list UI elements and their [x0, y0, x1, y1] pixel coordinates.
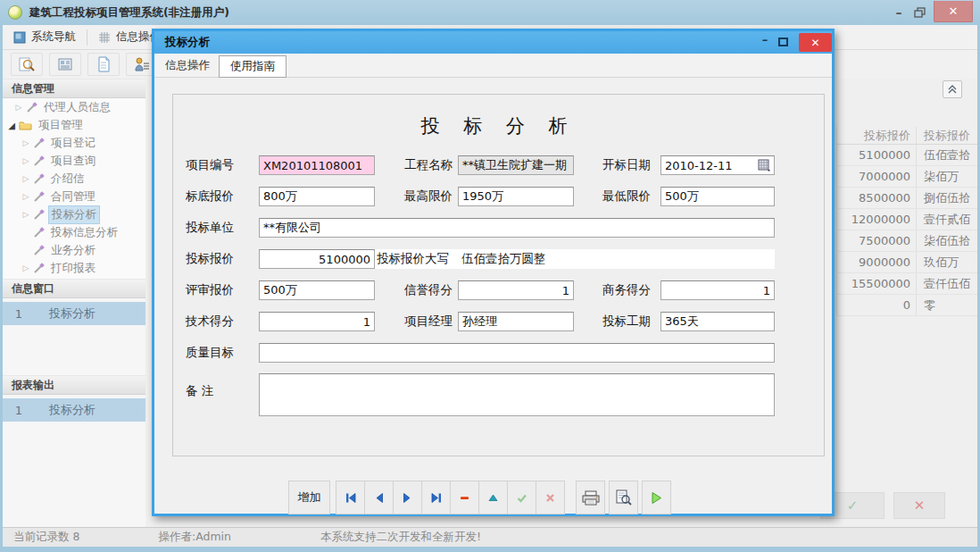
- tree-item-label: 项目登记: [48, 135, 98, 152]
- min-price-field[interactable]: [660, 187, 775, 206]
- tree-item-agent-info[interactable]: ▷ 代理人员信息: [3, 98, 145, 116]
- cell-caps: 伍佰壹拾: [917, 147, 977, 163]
- delete-record-button[interactable]: [450, 481, 479, 514]
- card-list-icon: [56, 55, 74, 73]
- report-output-list-item[interactable]: 1 投标分析: [3, 398, 145, 422]
- dialog-tab-info-operation[interactable]: 信息操作: [165, 54, 210, 78]
- prev-record-button[interactable]: [364, 481, 394, 514]
- review-price-field[interactable]: [259, 280, 375, 300]
- bidder-field[interactable]: [259, 218, 775, 238]
- project-name-field[interactable]: [458, 155, 574, 175]
- expander-icon[interactable]: ▷: [21, 156, 31, 165]
- review-price-label: 评审报价: [186, 280, 234, 300]
- print-preview-button[interactable]: [609, 481, 638, 514]
- table-row[interactable]: 8500000捌佰伍拾: [836, 188, 977, 209]
- next-record-button[interactable]: [393, 481, 422, 514]
- manager-field[interactable]: [458, 312, 574, 331]
- expander-icon[interactable]: ▷: [21, 192, 31, 201]
- calendar-dropdown-button[interactable]: [758, 159, 771, 171]
- dialog-tabbar: 信息操作 使用指南: [154, 54, 832, 78]
- first-record-button[interactable]: [336, 481, 365, 514]
- cancel-cross-icon: [544, 492, 556, 504]
- window-minimize-button[interactable]: –: [891, 8, 907, 17]
- tree-item-contract-mgmt[interactable]: ▷ 合同管理: [3, 188, 145, 205]
- run-report-button[interactable]: [642, 481, 671, 514]
- bid-price-field[interactable]: [259, 249, 375, 269]
- bid-price-caps-label: 投标报价大写: [377, 251, 449, 267]
- dialog-title: 投标分析: [154, 35, 210, 50]
- dialog-minimize-button[interactable]: –: [758, 31, 772, 54]
- cell-caps: 壹仟伍佰: [917, 276, 977, 292]
- printer-icon: [582, 490, 600, 506]
- dialog-close-button[interactable]: ✕: [799, 33, 832, 52]
- tree-item-project-register[interactable]: ▷ 项目登记: [3, 134, 145, 152]
- tree-item-print-report[interactable]: ▷ 打印报表: [3, 259, 145, 277]
- cell-caps: 玖佰万: [917, 255, 977, 271]
- tab-system-nav[interactable]: 系统导航: [3, 25, 87, 50]
- remark-label: 备 注: [186, 381, 213, 401]
- tool-icon: [33, 227, 45, 238]
- expander-icon[interactable]: ◢: [6, 121, 17, 130]
- remark-field[interactable]: [259, 373, 775, 416]
- collapse-panel-button[interactable]: [943, 80, 962, 98]
- add-button[interactable]: 增加: [288, 481, 330, 514]
- duration-field[interactable]: [660, 312, 775, 331]
- info-window-header[interactable]: 信息窗口: [3, 279, 145, 298]
- base-price-field[interactable]: [259, 187, 375, 206]
- info-management-header[interactable]: 信息管理: [3, 79, 145, 98]
- grid-header-row: 投标报价 投标报价: [836, 127, 977, 145]
- window-restore-icon[interactable]: [914, 6, 926, 19]
- background-cancel-button[interactable]: ✕: [893, 492, 945, 519]
- tree-item-bid-info-analysis[interactable]: 投标信息分析: [3, 223, 145, 241]
- expander-icon[interactable]: ▷: [21, 138, 31, 147]
- cell-price: 7500000: [836, 230, 917, 251]
- edit-record-icon: [487, 492, 499, 504]
- duration-label: 投标工期: [602, 312, 651, 331]
- cell-price: 9000000: [836, 252, 917, 272]
- post-record-button[interactable]: [507, 481, 536, 514]
- document-button[interactable]: [87, 53, 120, 76]
- tree-item-bid-analysis[interactable]: ▷ 投标分析: [3, 205, 145, 223]
- tree-item-intro-letter[interactable]: ▷ 介绍信: [3, 170, 145, 188]
- card-list-button[interactable]: [49, 53, 81, 76]
- table-row[interactable]: 12000000壹仟贰佰: [836, 209, 977, 230]
- expander-icon[interactable]: ▷: [21, 174, 31, 183]
- edit-record-button[interactable]: [478, 481, 508, 514]
- prev-record-icon: [373, 492, 385, 504]
- grid-header-price[interactable]: 投标报价: [836, 127, 917, 144]
- tool-icon: [33, 245, 45, 256]
- next-record-icon: [402, 492, 413, 504]
- report-output-header[interactable]: 报表输出: [3, 375, 145, 395]
- business-score-field[interactable]: [660, 280, 775, 300]
- table-row[interactable]: 7000000柒佰万: [836, 166, 977, 188]
- table-row[interactable]: 0零: [836, 295, 977, 316]
- dialog-maximize-button[interactable]: [778, 38, 788, 46]
- tree-item-business-analysis[interactable]: 业务分析: [3, 241, 145, 259]
- info-window-list-item[interactable]: 1 投标分析: [3, 302, 145, 325]
- print-button[interactable]: [576, 481, 605, 514]
- grid-header-price-caps[interactable]: 投标报价: [917, 128, 977, 144]
- expander-icon[interactable]: ▷: [13, 103, 24, 112]
- table-row[interactable]: 5100000伍佰壹拾: [836, 145, 977, 166]
- search-doc-button[interactable]: [11, 53, 43, 76]
- max-price-field[interactable]: [458, 187, 574, 206]
- tech-score-field[interactable]: [259, 312, 375, 331]
- main-titlebar: 建筑工程投标项目管理系统(非注册用户) – ✕: [0, 0, 980, 25]
- print-preview-icon: [615, 489, 632, 506]
- expander-icon[interactable]: ▷: [21, 263, 31, 272]
- credit-score-field[interactable]: [458, 280, 574, 300]
- tree-item-project-mgmt[interactable]: ◢ 项目管理: [3, 116, 145, 134]
- table-row[interactable]: 9000000玖佰万: [836, 252, 977, 273]
- status-message: 本系统支持二次开发和全新开发!: [231, 530, 481, 545]
- project-no-field[interactable]: [259, 155, 375, 175]
- table-row[interactable]: 15500000壹仟伍佰: [836, 273, 977, 295]
- window-close-button[interactable]: ✕: [934, 1, 973, 22]
- tree-item-project-query[interactable]: ▷ 项目查询: [3, 152, 145, 170]
- expander-icon[interactable]: ▷: [21, 210, 31, 219]
- table-row[interactable]: 7500000柒佰伍拾: [836, 230, 977, 252]
- quality-field[interactable]: [259, 343, 775, 363]
- dialog-tab-user-guide[interactable]: 使用指南: [219, 55, 287, 78]
- cancel-record-button[interactable]: [536, 481, 565, 514]
- last-record-button[interactable]: [421, 481, 451, 514]
- tool-icon: [26, 102, 37, 113]
